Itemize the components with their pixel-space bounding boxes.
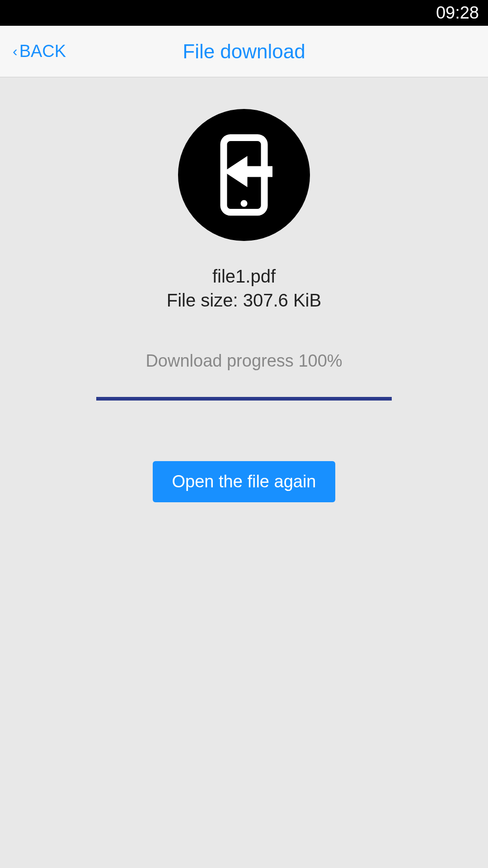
open-file-again-button[interactable]: Open the file again [153,461,335,502]
status-time: 09:28 [436,3,479,23]
back-label: BACK [19,42,66,61]
app-header: ‹ BACK File download [0,26,488,77]
progress-bar-fill [96,397,392,401]
phone-arrow-icon [210,134,278,216]
back-button[interactable]: ‹ BACK [13,42,66,61]
progress-bar [96,397,392,401]
download-progress-text: Download progress 100% [145,351,342,371]
download-to-phone-icon [178,109,310,241]
svg-point-1 [241,200,248,207]
status-bar: 09:28 [0,0,488,26]
file-size: File size: 307.6 KiB [167,290,321,311]
content-area: file1.pdf File size: 307.6 KiB Download … [0,77,488,502]
page-title: File download [0,40,488,63]
file-name: file1.pdf [212,266,276,287]
chevron-left-icon: ‹ [13,43,18,60]
